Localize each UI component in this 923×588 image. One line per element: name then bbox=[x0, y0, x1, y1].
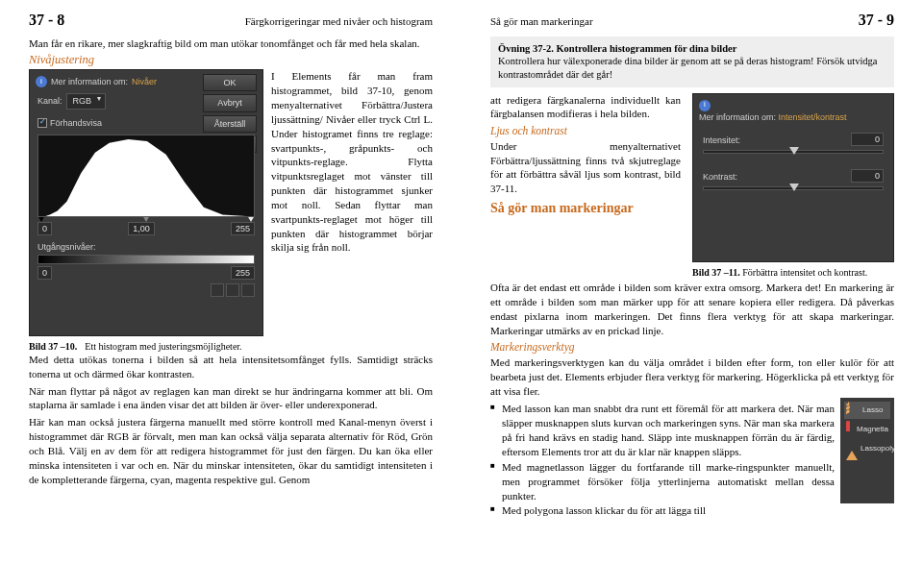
left-page: 37 - 8 Färgkorrigeringar med nivåer och … bbox=[0, 0, 462, 588]
info-label-ik: Mer information om: bbox=[699, 112, 776, 122]
paragraph-3: Här kan man också justera färgerna manue… bbox=[29, 415, 433, 486]
eyedropper-black-icon[interactable] bbox=[211, 283, 224, 297]
list-item: Med polygona lasson klickar du för att l… bbox=[490, 503, 894, 518]
intro-right: att redigera färgkanalerna individuellt … bbox=[490, 93, 681, 122]
svg-marker-0 bbox=[38, 139, 254, 217]
figure-caption-37-10: Bild 37 –10. Ett histogram med justering… bbox=[29, 340, 263, 354]
output-gradient[interactable] bbox=[37, 255, 255, 264]
heading-markeringar: Så gör man markeringar bbox=[490, 200, 681, 218]
figure-caption-37-11: Bild 37 –11. Förbättra intensitet och ko… bbox=[692, 266, 894, 280]
intensity-value[interactable]: 0 bbox=[851, 133, 884, 146]
contrast-slider[interactable] bbox=[703, 186, 884, 190]
info-icon: i bbox=[36, 76, 47, 87]
after-paragraph: Med detta utökas tonerna i bilden så att… bbox=[29, 353, 433, 381]
heading-ljus-kontrast: Ljus och kontrast bbox=[490, 124, 681, 139]
right-page-number: 37 - 9 bbox=[859, 10, 894, 31]
info-link-ik[interactable]: Intensitet/kontrast bbox=[779, 112, 847, 122]
contrast-value[interactable]: 0 bbox=[851, 169, 884, 183]
input-white-value[interactable]: 255 bbox=[231, 222, 255, 235]
kanal-label: Kanal: bbox=[37, 95, 62, 107]
reset-button[interactable]: Återställ bbox=[203, 115, 257, 133]
output-white-value[interactable]: 255 bbox=[231, 266, 255, 280]
exercise-body: Kontrollera hur välexponerade dina bilde… bbox=[498, 55, 886, 81]
left-page-number: 37 - 8 bbox=[29, 10, 64, 31]
input-black-value[interactable]: 0 bbox=[37, 222, 52, 235]
markeringar-paragraph: Ofta är det endast ett område i bilden s… bbox=[490, 281, 894, 337]
intensity-slider[interactable] bbox=[703, 150, 884, 154]
output-levels-label: Utgångsnivåer: bbox=[30, 235, 262, 253]
heading-nivajustering: Nivåjustering bbox=[29, 52, 433, 68]
eyedropper-gray-icon[interactable] bbox=[226, 283, 239, 297]
ok-button[interactable]: OK bbox=[203, 74, 257, 91]
preview-label: Förhandsvisa bbox=[50, 117, 102, 129]
cancel-button[interactable]: Avbryt bbox=[203, 94, 257, 111]
histogram-display bbox=[37, 135, 255, 217]
right-page: Så gör man markeringar 37 - 9 Övning 37-… bbox=[462, 0, 923, 588]
right-chapter-title: Så gör man markeringar bbox=[490, 14, 593, 29]
bullet-list: Med lasson kan man snabbt dra runt ett f… bbox=[490, 402, 894, 518]
left-header: 37 - 8 Färgkorrigeringar med nivåer och … bbox=[29, 10, 433, 31]
verktyg-paragraph: Med markeringsverktygen kan du välja omr… bbox=[490, 355, 894, 399]
exercise-box: Övning 37-2. Kontrollera histogrammen fö… bbox=[490, 37, 894, 87]
list-item: Med lasson kan man snabbt dra runt ett f… bbox=[490, 402, 894, 458]
intro-paragraph: Man får en rikare, mer slagkraftig bild … bbox=[29, 37, 433, 51]
kanal-dropdown[interactable]: RGB bbox=[66, 93, 107, 109]
paragraph-2: När man flyttar på något av reglagen kan… bbox=[29, 384, 433, 413]
levels-dialog: i Mer information om: Nivåer Kanal: RGB … bbox=[29, 69, 263, 336]
intensity-contrast-dialog: i Mer information om: Intensitet/kontras… bbox=[692, 93, 894, 262]
right-header: Så gör man markeringar 37 - 9 bbox=[490, 10, 894, 31]
list-item: Med magnetlasson lägger du fortfarande t… bbox=[490, 460, 894, 503]
info-icon: i bbox=[699, 100, 711, 111]
input-gray-value[interactable]: 1,00 bbox=[128, 222, 155, 235]
eyedropper-white-icon[interactable] bbox=[241, 283, 255, 297]
heading-markeringsverktyg: Markeringsverktyg bbox=[490, 340, 894, 355]
exercise-title: Övning 37-2. Kontrollera histogrammen fö… bbox=[498, 42, 886, 56]
preview-checkbox[interactable]: ✓ bbox=[37, 118, 47, 128]
output-black-value[interactable]: 0 bbox=[37, 266, 52, 280]
info-label: Mer information om: bbox=[51, 76, 128, 87]
ljus-paragraph: Under menyalternativet Förbättra/ljussät… bbox=[490, 139, 681, 196]
info-link[interactable]: Nivåer bbox=[132, 76, 157, 87]
left-chapter-title: Färgkorrigeringar med nivåer och histogr… bbox=[245, 14, 433, 29]
